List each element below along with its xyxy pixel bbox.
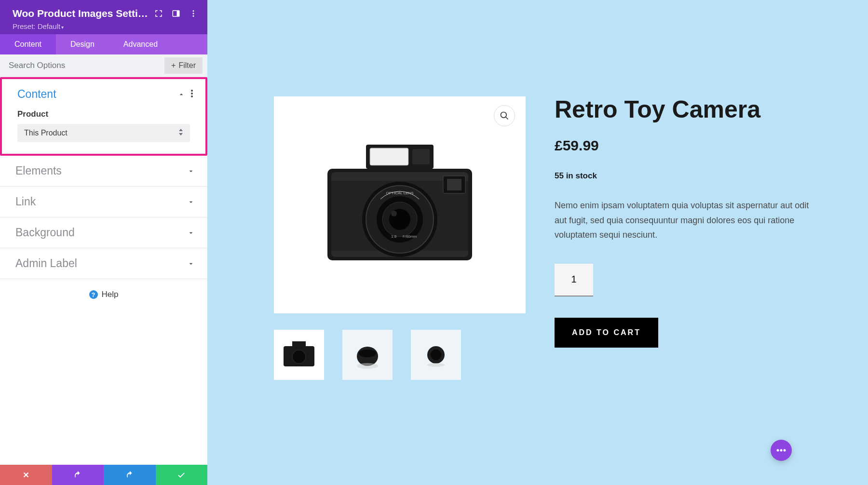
filter-label: Filter	[178, 61, 196, 70]
svg-point-2	[193, 10, 194, 12]
svg-line-9	[506, 117, 508, 120]
product-gallery: OPTICAL LENS 1:8 f=60mm	[274, 96, 526, 380]
search-input[interactable]	[0, 55, 164, 76]
product-stock: 55 in stock	[555, 171, 810, 181]
svg-text:OPTICAL LENS: OPTICAL LENS	[386, 191, 413, 195]
help-icon: ?	[89, 290, 98, 299]
svg-point-4	[193, 15, 194, 17]
tab-advanced[interactable]: Advanced	[109, 34, 172, 54]
svg-point-32	[357, 363, 378, 369]
svg-rect-12	[412, 149, 430, 164]
tab-design[interactable]: Design	[56, 34, 109, 54]
section-link: Link	[0, 187, 207, 217]
svg-rect-28	[292, 341, 306, 347]
preset-selector[interactable]: Preset: Default▾	[13, 22, 198, 30]
svg-rect-1	[177, 11, 179, 16]
section-background-title: Background	[15, 226, 75, 239]
add-to-cart-button[interactable]: ADD TO CART	[555, 318, 658, 348]
section-content-header[interactable]: Content	[2, 79, 205, 109]
help-link[interactable]: ? Help	[0, 279, 207, 310]
bottom-actions	[0, 465, 207, 485]
section-content-title: Content	[17, 88, 56, 101]
section-content: Content Product This Product	[0, 77, 207, 156]
svg-point-7	[191, 95, 193, 97]
section-admin-label-title: Admin Label	[15, 257, 77, 270]
tab-content[interactable]: Content	[0, 34, 56, 54]
section-kebab-icon[interactable]	[191, 90, 193, 99]
chevron-down-icon	[187, 167, 195, 175]
svg-rect-11	[370, 148, 408, 165]
chevron-up-icon	[177, 91, 185, 98]
product-price: £59.99	[555, 137, 810, 154]
product-description: Nemo enim ipsam voluptatem quia voluptas…	[555, 198, 810, 242]
expand-icon[interactable]	[154, 9, 163, 18]
svg-text:f=60mm: f=60mm	[403, 234, 417, 239]
chevron-down-icon	[187, 198, 195, 206]
section-background: Background	[0, 217, 207, 248]
section-elements-title: Elements	[15, 164, 62, 177]
builder-fab[interactable]	[771, 440, 792, 461]
svg-point-6	[191, 93, 193, 94]
select-arrows-icon	[178, 129, 183, 137]
product-main-image[interactable]: OPTICAL LENS 1:8 f=60mm	[274, 96, 526, 313]
zoom-button[interactable]	[494, 105, 515, 126]
thumbnail-3[interactable]	[411, 330, 461, 380]
redo-button[interactable]	[104, 465, 156, 485]
svg-point-31	[359, 350, 376, 357]
module-title: Woo Product Images Settin...	[13, 8, 149, 19]
save-button[interactable]	[156, 465, 208, 485]
svg-point-23	[391, 211, 397, 216]
product-select-value: This Product	[24, 129, 68, 137]
undo-button[interactable]	[52, 465, 104, 485]
section-elements-header[interactable]: Elements	[0, 156, 207, 186]
search-row: + Filter	[0, 54, 207, 77]
preset-label: Preset: Default	[13, 22, 60, 30]
svg-point-3	[193, 13, 194, 14]
preview-canvas: OPTICAL LENS 1:8 f=60mm Retro Toy Camera	[207, 0, 868, 485]
product-title: Retro Toy Camera	[555, 96, 810, 123]
svg-point-34	[431, 350, 441, 360]
svg-point-8	[501, 112, 507, 118]
product-thumbnails	[274, 330, 526, 380]
section-admin-label: Admin Label	[0, 248, 207, 279]
svg-point-37	[780, 449, 783, 452]
product-field-label: Product	[17, 109, 190, 119]
svg-point-38	[784, 449, 786, 452]
svg-point-36	[777, 449, 779, 452]
product-info: Retro Toy Camera £59.99 55 in stock Nemo…	[555, 96, 810, 380]
camera-illustration: OPTICAL LENS 1:8 f=60mm	[308, 133, 491, 277]
help-text: Help	[102, 290, 119, 299]
chevron-down-icon	[187, 260, 195, 268]
thumbnail-2[interactable]	[342, 330, 393, 380]
settings-tabs: Content Design Advanced	[0, 34, 207, 54]
section-admin-label-header[interactable]: Admin Label	[0, 248, 207, 279]
section-elements: Elements	[0, 156, 207, 187]
filter-button[interactable]: + Filter	[164, 57, 203, 74]
svg-point-29	[292, 350, 306, 364]
cancel-button[interactable]	[0, 465, 52, 485]
svg-text:1:8: 1:8	[391, 234, 397, 239]
svg-point-5	[191, 90, 193, 92]
chevron-down-icon	[187, 229, 195, 237]
section-background-header[interactable]: Background	[0, 217, 207, 248]
sidebar-header: Woo Product Images Settin... Preset: Def…	[0, 0, 207, 34]
settings-sidebar: Woo Product Images Settin... Preset: Def…	[0, 0, 207, 485]
section-link-header[interactable]: Link	[0, 187, 207, 217]
product-select[interactable]: This Product	[17, 124, 190, 142]
quantity-input[interactable]	[555, 264, 593, 296]
plus-icon: +	[171, 61, 176, 70]
thumbnail-1[interactable]	[274, 330, 324, 380]
svg-rect-17	[447, 179, 461, 190]
svg-point-35	[427, 363, 445, 367]
section-link-title: Link	[15, 195, 36, 208]
panel-icon[interactable]	[172, 9, 180, 18]
kebab-menu-icon[interactable]	[189, 9, 198, 18]
